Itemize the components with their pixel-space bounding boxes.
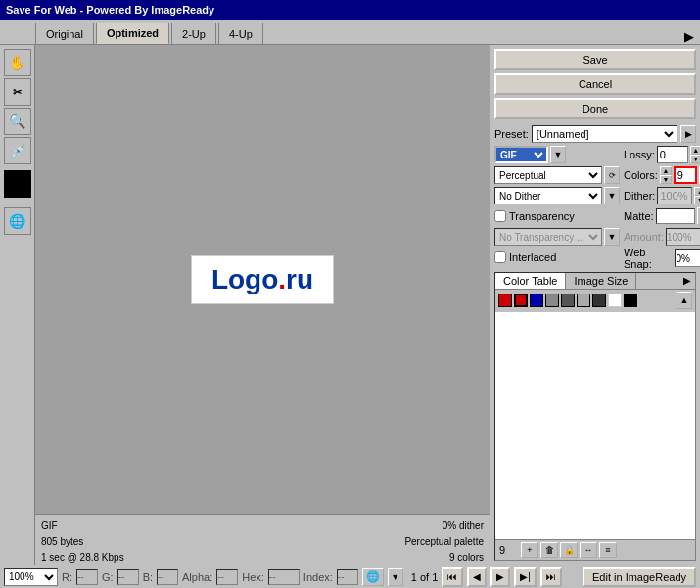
tab-original[interactable]: Original: [35, 23, 94, 44]
color-mode-arrow-btn[interactable]: ⟳: [604, 166, 620, 184]
format-select[interactable]: GIF: [494, 146, 548, 163]
websnap-input[interactable]: 0%: [675, 249, 700, 267]
lossy-label: Lossy:: [624, 149, 655, 160]
ct-spin-up-btn[interactable]: ▲: [677, 292, 692, 309]
title-text: Save For Web - Powered By ImageReady: [6, 4, 214, 16]
hand-tool[interactable]: ✋: [4, 49, 31, 76]
left-toolbar: ✋ ✂ 🔍 💉 🌐: [0, 45, 35, 565]
color-mode-select[interactable]: Perceptual: [494, 166, 602, 184]
settings-columns: GIF ▼ Perceptual ⟳ No Dither: [494, 146, 696, 268]
dither-mode-arrow-btn[interactable]: ▼: [604, 187, 620, 204]
done-button[interactable]: Done: [494, 98, 696, 119]
status-size: 805 bytes: [41, 534, 124, 550]
no-transparency-row: No Transparency ... ▼: [494, 228, 620, 246]
ct-btn-map[interactable]: ↔: [580, 542, 597, 558]
tab-optimized[interactable]: Optimized: [96, 23, 169, 44]
lossy-spinner[interactable]: ▲ ▼: [690, 146, 700, 163]
ct-btn-menu[interactable]: ≡: [599, 542, 617, 558]
bottom-hex-input[interactable]: [268, 569, 300, 585]
canvas-status: GIF 805 bytes 1 sec @ 28.8 Kbps 0% dithe…: [35, 514, 490, 565]
dither-pct-spinner[interactable]: ▲ ▼: [694, 187, 700, 204]
dither-mode-row: No Dither ▼: [494, 187, 620, 204]
logo-text-logo: Logo: [211, 264, 278, 294]
ct-swatch-blue: [530, 294, 543, 307]
tabs-play-icon[interactable]: ▶: [684, 29, 694, 44]
canvas-area: Logo.ru: [35, 45, 490, 514]
browser-btn[interactable]: 🌐: [362, 568, 384, 586]
ct-swatch-gray2: [561, 294, 575, 307]
no-transparency-select[interactable]: No Transparency ...: [494, 228, 602, 246]
eyedropper-tool[interactable]: 💉: [4, 137, 31, 164]
lossy-row: Lossy: 0 ▲ ▼ ⟳: [624, 146, 700, 163]
dither-mode-select[interactable]: No Dither: [494, 187, 602, 204]
slice-tool[interactable]: ✂: [4, 78, 31, 106]
interlaced-label: Interlaced: [509, 251, 556, 263]
zoom-tool[interactable]: 🔍: [4, 108, 31, 135]
logo-image: Logo.ru: [191, 255, 334, 304]
cancel-button[interactable]: Cancel: [494, 73, 696, 95]
amount-input[interactable]: 100%: [666, 228, 700, 246]
ct-swatch-gray3: [577, 294, 590, 307]
browser-dropdown-btn[interactable]: ▼: [388, 568, 403, 586]
tab-2up[interactable]: 2-Up: [171, 23, 216, 44]
tab-4up[interactable]: 4-Up: [218, 23, 263, 44]
ct-menu-btn[interactable]: ▶: [679, 273, 695, 289]
ct-count-label: 9: [499, 544, 519, 556]
bottom-index-label: Index:: [303, 571, 333, 583]
lossy-input[interactable]: 0: [657, 146, 688, 163]
ct-swatch-red2: [514, 294, 528, 307]
nav-play-btn[interactable]: ▶: [490, 567, 510, 587]
bottom-alpha-input[interactable]: [216, 569, 238, 585]
ct-swatch-black: [624, 294, 637, 307]
matte-input[interactable]: [656, 208, 695, 224]
ct-tab-image-size[interactable]: Image Size: [566, 273, 636, 289]
colors-input[interactable]: 9: [674, 166, 697, 184]
lossy-spin-up[interactable]: ▲: [690, 146, 700, 155]
transparency-checkbox[interactable]: [494, 210, 506, 222]
ct-btn-delete[interactable]: 🗑: [540, 542, 558, 558]
color-swatch[interactable]: [4, 170, 31, 198]
preset-select[interactable]: [Unnamed]: [532, 125, 677, 143]
matte-arrow-btn[interactable]: ▼: [697, 207, 700, 225]
bottom-bar: 100% R: G: B: Alpha: Hex: Index: 🌐 ▼ 1 o…: [0, 565, 700, 588]
logo-dot: .: [278, 264, 286, 294]
nav-prev-btn[interactable]: ◀: [467, 567, 487, 587]
bottom-b-input[interactable]: [157, 569, 178, 585]
colors-spinner[interactable]: ▲ ▼: [660, 166, 672, 184]
no-transparency-arrow-btn[interactable]: ▼: [604, 228, 620, 246]
bottom-hex-label: Hex:: [242, 571, 264, 583]
browser-preview-btn[interactable]: 🌐: [4, 207, 31, 235]
ct-btn-lock[interactable]: 🔒: [560, 542, 578, 558]
preset-menu-btn[interactable]: ▶: [680, 125, 696, 143]
bottom-index-input[interactable]: [337, 569, 358, 585]
format-row: GIF ▼: [494, 146, 620, 163]
websnap-row: Web Snap: 0% ▲ ▼: [624, 249, 700, 268]
colors-row: Colors: ▲ ▼ 9 ▼: [624, 166, 700, 184]
interlaced-row: Interlaced: [494, 249, 620, 266]
colors-label: Colors:: [624, 169, 658, 181]
save-button[interactable]: Save: [494, 49, 696, 70]
dither-pct-input[interactable]: 100%: [657, 187, 692, 204]
preset-row: Preset: [Unnamed] ▶: [494, 125, 696, 143]
format-arrow-btn[interactable]: ▼: [550, 146, 566, 163]
colors-spin-up[interactable]: ▲: [660, 166, 672, 175]
colors-spin-down[interactable]: ▼: [660, 175, 672, 184]
edit-imageready-btn[interactable]: Edit in ImageReady: [583, 567, 696, 587]
ct-tab-color-table[interactable]: Color Table: [495, 273, 566, 289]
ct-swatch-red: [498, 294, 512, 307]
bottom-r-label: R:: [62, 571, 72, 583]
nav-last-btn[interactable]: ⏭: [540, 567, 562, 587]
nav-first-btn[interactable]: ⏮: [442, 567, 463, 587]
dither-pct-spin-up[interactable]: ▲: [694, 187, 700, 196]
bottom-g-input[interactable]: [117, 569, 139, 585]
nav-next-btn[interactable]: ▶|: [514, 567, 537, 587]
bottom-r-input[interactable]: [76, 569, 98, 585]
status-dither: 0% dither: [404, 519, 484, 534]
matte-label: Matte:: [624, 210, 654, 222]
ct-btn-new[interactable]: +: [521, 542, 538, 558]
lossy-spin-down[interactable]: ▼: [690, 155, 700, 163]
zoom-select[interactable]: 100%: [4, 568, 58, 586]
dither-pct-spin-down[interactable]: ▼: [694, 196, 700, 204]
interlaced-checkbox[interactable]: [494, 251, 506, 263]
right-panel: Save Cancel Done Preset: [Unnamed] ▶ G: [490, 45, 700, 565]
